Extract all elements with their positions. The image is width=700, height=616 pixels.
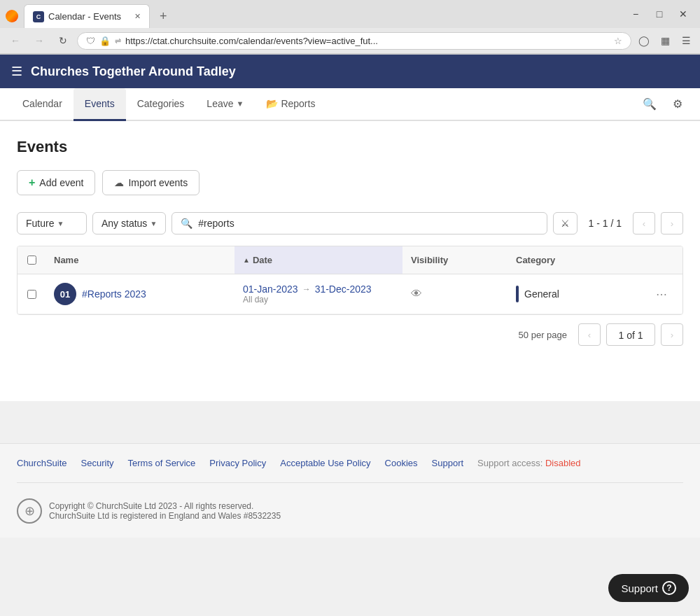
row-category-cell: General <box>507 277 648 311</box>
period-filter-chevron: ▼ <box>57 220 64 227</box>
footer-links: ChurchSuite Security Terms of Service Pr… <box>17 458 683 468</box>
footer-separator <box>17 482 683 483</box>
row-visibility-cell: 👁 <box>402 279 507 309</box>
tab-calendar[interactable]: Calendar <box>11 88 74 121</box>
date-allday: All day <box>243 295 372 304</box>
table-header: Name ▲ Date Visibility Category <box>18 246 682 274</box>
maximize-button[interactable]: □ <box>648 4 671 24</box>
support-label: Support <box>621 582 658 594</box>
browser-tab[interactable]: C Calendar - Events ✕ <box>24 4 150 28</box>
add-event-button[interactable]: + Add event <box>17 170 95 195</box>
filter-icon-button[interactable]: ⚔ <box>553 212 578 234</box>
address-input[interactable]: 🛡 🔒 ⇌ https://ctat.churchsuite.com/calen… <box>77 32 631 50</box>
footer-link-support[interactable]: Support <box>432 458 464 468</box>
status-filter[interactable]: Any status ▼ <box>92 212 166 234</box>
date-arrow-icon: → <box>302 284 311 294</box>
browser-chrome: C Calendar - Events ✕ + − □ ✕ ← → ↻ 🛡 🔒 … <box>0 0 700 55</box>
prev-page-button-top[interactable]: ‹ <box>633 212 655 234</box>
category-color-bar <box>516 286 519 302</box>
support-access-text: Support access: Disabled <box>477 458 580 468</box>
nav-tab-actions: 🔍 ⚙ <box>638 93 689 115</box>
minimize-button[interactable]: − <box>624 4 647 24</box>
table-row: 01 #Reports 2023 01-Jan-2023 → 31-Dec-20… <box>18 274 682 314</box>
row-name-cell: 01 #Reports 2023 <box>46 274 234 314</box>
select-all-checkbox[interactable] <box>27 255 36 265</box>
filters-row: Future ▼ Any status ▼ 🔍 ⚔ 1 - 1 / 1 ‹ › <box>17 212 683 234</box>
per-page-text: 50 per page <box>519 330 567 340</box>
th-date[interactable]: ▲ Date <box>234 246 402 274</box>
pocket-button[interactable]: ◯ <box>636 32 652 49</box>
bookmark-icon[interactable]: ☆ <box>614 36 622 46</box>
th-checkbox <box>18 246 46 274</box>
copyright-line1: Copyright © ChurchSuite Ltd 2023 - All r… <box>49 501 281 511</box>
import-events-button[interactable]: ☁ Import events <box>102 170 200 195</box>
app-title: Churches Together Around Tadley <box>31 64 236 79</box>
tab-title: Calendar - Events <box>48 11 121 22</box>
footer-link-privacy[interactable]: Privacy Policy <box>209 458 266 468</box>
next-page-button-bottom[interactable]: › <box>661 323 683 346</box>
period-filter-value: Future <box>26 218 54 229</box>
page-title: Events <box>17 138 683 156</box>
url-display: https://ctat.churchsuite.com/calendar/ev… <box>125 36 610 46</box>
footer: ChurchSuite Security Terms of Service Pr… <box>0 443 700 538</box>
event-badge: 01 <box>54 283 76 305</box>
footer-link-terms[interactable]: Terms of Service <box>128 458 196 468</box>
footer-link-security[interactable]: Security <box>81 458 114 468</box>
globe-icon: ⊕ <box>24 503 35 519</box>
th-visibility: Visibility <box>402 246 507 274</box>
new-tab-button[interactable]: + <box>153 4 174 28</box>
connection-icon: ⇌ <box>115 36 121 46</box>
leave-dropdown-icon: ▼ <box>237 99 244 108</box>
app-header: ☰ Churches Together Around Tadley <box>0 55 700 88</box>
row-actions-cell: ⋯ <box>648 279 682 309</box>
category-name: General <box>524 288 559 300</box>
th-category: Category <box>507 246 648 274</box>
period-filter[interactable]: Future ▼ <box>17 212 87 234</box>
next-page-button-top[interactable]: › <box>661 212 683 234</box>
tab-events[interactable]: Events <box>74 88 126 121</box>
funnel-icon: ⚔ <box>561 218 570 229</box>
copyright-block: Copyright © ChurchSuite Ltd 2023 - All r… <box>49 501 281 521</box>
reload-button[interactable]: ↻ <box>53 31 73 50</box>
footer-copyright: ⊕ Copyright © ChurchSuite Ltd 2023 - All… <box>17 491 683 524</box>
close-window-button[interactable]: ✕ <box>672 4 694 24</box>
main-content: Events + Add event ☁ Import events Futur… <box>0 121 700 401</box>
event-name-link[interactable]: #Reports 2023 <box>82 288 146 300</box>
footer-link-cookies[interactable]: Cookies <box>385 458 418 468</box>
prev-page-button-bottom[interactable]: ‹ <box>578 323 601 346</box>
address-bar: ← → ↻ 🛡 🔒 ⇌ https://ctat.churchsuite.com… <box>0 28 700 54</box>
menu-button[interactable]: ☰ <box>678 32 694 49</box>
plus-icon: + <box>29 176 35 189</box>
settings-button[interactable]: ⚙ <box>666 93 689 115</box>
forward-button[interactable]: → <box>29 31 49 50</box>
row-checkbox[interactable] <box>27 290 36 299</box>
search-box[interactable]: 🔍 <box>172 212 547 234</box>
date-start: 01-Jan-2023 <box>243 284 298 295</box>
bottom-pagination: 50 per page ‹ 1 of 1 › <box>17 315 683 346</box>
back-button[interactable]: ← <box>6 31 25 50</box>
tab-leave[interactable]: Leave ▼ <box>195 88 255 121</box>
footer-link-acceptable[interactable]: Acceptable Use Policy <box>280 458 370 468</box>
page-of-label: 1 of 1 <box>606 323 655 346</box>
search-input[interactable] <box>198 218 538 229</box>
footer-logo: ⊕ <box>17 498 42 524</box>
row-actions-menu[interactable]: ⋯ <box>656 288 667 301</box>
tab-categories[interactable]: Categories <box>126 88 196 121</box>
tab-reports[interactable]: 📂 Reports <box>255 88 326 121</box>
row-date-cell: 01-Jan-2023 → 31-Dec-2023 All day <box>234 275 402 313</box>
import-events-label: Import events <box>128 177 188 188</box>
search-button[interactable]: 🔍 <box>638 93 661 115</box>
extensions-button[interactable]: ▦ <box>657 32 673 49</box>
copyright-line2: ChurchSuite Ltd is registered in England… <box>49 511 281 521</box>
tab-favicon: C <box>33 11 44 22</box>
hamburger-icon[interactable]: ☰ <box>11 64 22 79</box>
footer-link-churchsuite[interactable]: ChurchSuite <box>17 458 67 468</box>
th-actions <box>648 246 682 274</box>
results-count: 1 - 1 / 1 <box>583 218 627 229</box>
support-button[interactable]: Support ? <box>608 574 689 602</box>
action-buttons: + Add event ☁ Import events <box>17 170 683 195</box>
date-end: 31-Dec-2023 <box>315 284 372 295</box>
folder-icon: 📂 <box>266 98 278 109</box>
date-range: 01-Jan-2023 → 31-Dec-2023 <box>243 284 372 295</box>
close-tab-icon[interactable]: ✕ <box>134 12 141 21</box>
